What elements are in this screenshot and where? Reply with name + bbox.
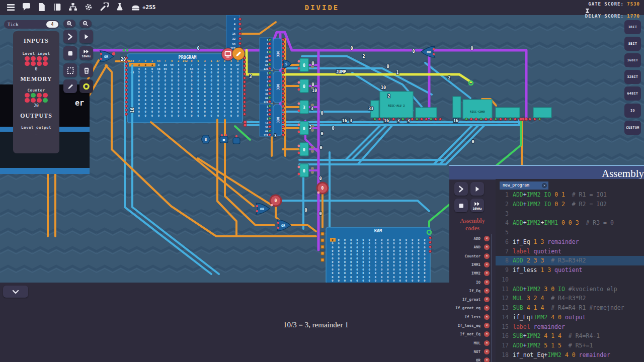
- delete-opcode-button[interactable]: ✕: [484, 314, 490, 320]
- code-line[interactable]: 13SUB 4 1 4 # R4=R4-R1 #remejnder: [496, 303, 644, 313]
- edit-component-button[interactable]: [232, 48, 245, 60]
- play-button[interactable]: [79, 30, 93, 43]
- fast-forward-button[interactable]: 10kHz: [470, 199, 484, 212]
- category-32bit-button[interactable]: 32BIT: [624, 70, 641, 84]
- category-64bit-button[interactable]: 64BIT: [624, 86, 641, 101]
- svg-text:0: 0: [344, 253, 346, 256]
- collapse-panel-button[interactable]: [3, 286, 28, 298]
- delete-opcode-button[interactable]: ✕: [484, 305, 490, 311]
- delete-opcode-button[interactable]: ✕: [484, 297, 490, 302]
- counter-component[interactable]: 0: [270, 195, 281, 206]
- code-line[interactable]: 17ADD+IMM2 5 1 5 # R5+=1: [496, 341, 644, 350]
- code-token: 0: [561, 219, 569, 226]
- svg-text:0: 0: [320, 131, 323, 136]
- svg-text:0: 0: [151, 110, 153, 113]
- svg-text:0: 0: [362, 264, 364, 267]
- svg-text:0: 0: [399, 249, 401, 252]
- tab-close-icon[interactable]: ✕: [542, 183, 547, 188]
- code-line[interactable]: 15label remainder: [496, 322, 644, 332]
- code-token: 4: [540, 304, 547, 311]
- delete-opcode-button[interactable]: ✕: [484, 349, 490, 354]
- code-editor[interactable]: new_program ✕ 1ADD+IMM2 IO 0 1 # R1 = IO…: [496, 179, 644, 362]
- code-line[interactable]: 10: [496, 275, 644, 285]
- svg-text:0: 0: [412, 268, 413, 271]
- tick-input[interactable]: Tick 4: [4, 20, 59, 29]
- delete-button[interactable]: [79, 63, 93, 77]
- category-8bit-button[interactable]: 8BIT: [624, 37, 641, 51]
- code-line[interactable]: 6if_Eq 1 3 remainder: [496, 237, 644, 247]
- zoom-in-button[interactable]: [63, 20, 75, 28]
- delete-opcode-button[interactable]: ✕: [484, 262, 490, 267]
- svg-text:0: 0: [204, 95, 205, 98]
- record-button[interactable]: [79, 79, 93, 93]
- code-line[interactable]: 2ADD+IMM2 IO 0 2 # R2 = IO2: [496, 200, 644, 209]
- code-token: label: [513, 248, 534, 255]
- code-line[interactable]: 9if_less 1 3 quotient: [496, 265, 644, 275]
- red-bit-dot: [31, 56, 36, 61]
- select-button[interactable]: [63, 63, 77, 77]
- code-line[interactable]: 11ADD+IMM2 3 0 IO #kvociento elp: [496, 285, 644, 294]
- delete-opcode-button[interactable]: ✕: [484, 357, 490, 362]
- svg-text:0: 0: [424, 279, 425, 282]
- delete-opcode-button[interactable]: ✕: [484, 244, 490, 250]
- stop-button[interactable]: [63, 46, 77, 60]
- svg-text:0: 0: [165, 87, 166, 90]
- svg-text:0: 0: [375, 272, 376, 275]
- fast-forward-button[interactable]: 10kHz: [79, 46, 93, 60]
- delete-opcode-button[interactable]: ✕: [484, 331, 490, 337]
- code-line[interactable]: 12MUL 3 2 4 # R4=R3*R2: [496, 294, 644, 303]
- svg-text:0: 0: [412, 246, 413, 249]
- category-io-button[interactable]: IO: [624, 104, 641, 118]
- code-line[interactable]: 16SUB+IMM2 4 1 4 # R4=R4-1: [496, 331, 644, 341]
- svg-text:0: 0: [197, 59, 199, 62]
- delete-opcode-button[interactable]: ✕: [484, 253, 490, 259]
- code-line[interactable]: 14if_Eq+IMM2 4 0 output: [496, 313, 644, 322]
- svg-text:64: 64: [265, 130, 268, 133]
- edit-button[interactable]: [63, 79, 77, 93]
- tick-value[interactable]: 4: [46, 21, 58, 28]
- step-button[interactable]: [63, 30, 77, 43]
- svg-text:0: 0: [204, 103, 205, 106]
- delete-opcode-button[interactable]: ✕: [484, 288, 490, 294]
- ram-block[interactable]: RAM0000000000000000000000000000000000000…: [321, 227, 431, 283]
- category-16bit-button[interactable]: 16BIT: [624, 53, 641, 67]
- delete-opcode-button[interactable]: ✕: [484, 236, 490, 241]
- svg-text:64: 64: [265, 63, 268, 66]
- delete-opcode-button[interactable]: ✕: [484, 280, 490, 285]
- svg-text:0: 0: [211, 90, 212, 94]
- code-line[interactable]: 8ADD 2 3 3 # R3=R3+R2: [496, 256, 644, 265]
- category-1bit-button[interactable]: 1BIT: [624, 20, 641, 34]
- svg-text:0: 0: [151, 90, 153, 94]
- code-line[interactable]: 1ADD+IMM2 IO 0 1 # R1 = IO1: [496, 190, 644, 200]
- hex-input-gate[interactable]: 8: [201, 135, 210, 143]
- svg-text:0: 0: [338, 257, 340, 260]
- svg-text:0: 0: [184, 83, 186, 86]
- delete-opcode-button[interactable]: ✕: [484, 270, 490, 276]
- svg-text:0: 0: [237, 90, 238, 94]
- svg-text:0: 0: [381, 246, 382, 249]
- delete-opcode-button[interactable]: ✕: [484, 323, 490, 328]
- code-lines[interactable]: 1ADD+IMM2 IO 0 1 # R1 = IO12ADD+IMM2 IO …: [496, 190, 644, 360]
- program-memory-block[interactable]: PROGRAM647016470219200313704023313156430…: [127, 54, 243, 123]
- svg-text:0: 0: [393, 238, 394, 241]
- code-line[interactable]: 3: [496, 209, 644, 219]
- svg-text:0: 0: [151, 67, 153, 70]
- step-button[interactable]: [454, 182, 468, 196]
- play-button[interactable]: [470, 182, 484, 196]
- svg-text:0: 0: [387, 260, 388, 263]
- code-line[interactable]: 4ADD+IMM2+IMM1 0 0 3 # R3 = 0: [496, 218, 644, 228]
- counter-component[interactable]: 0: [317, 183, 328, 194]
- code-line[interactable]: 18if_not_Eq+IMM2 4 0 remainder: [496, 350, 644, 360]
- category-custom-button[interactable]: CUSTOM: [624, 121, 641, 135]
- code-line[interactable]: 7label quotient: [496, 247, 644, 256]
- code-token: +: [530, 314, 534, 321]
- svg-text:7: 7: [191, 63, 192, 66]
- zoom-out-button[interactable]: [79, 20, 92, 28]
- delete-opcode-button[interactable]: ✕: [484, 340, 490, 346]
- svg-text:0: 0: [211, 87, 212, 90]
- svg-text:1: 1: [396, 70, 398, 75]
- tab-new-program[interactable]: new_program ✕: [500, 182, 548, 190]
- svg-text:0: 0: [145, 103, 146, 106]
- code-line[interactable]: 5: [496, 228, 644, 237]
- stop-button[interactable]: [454, 199, 468, 212]
